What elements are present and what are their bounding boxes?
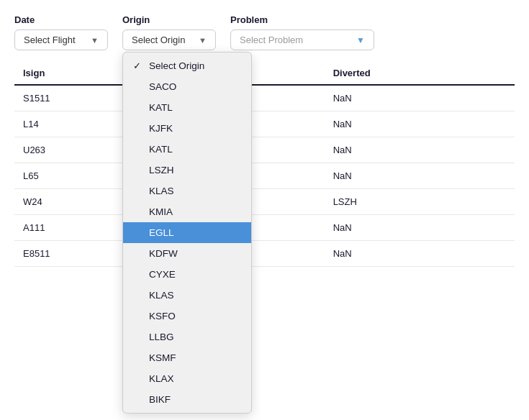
col-diverted: Diverted: [325, 62, 515, 85]
table-row: E8511KMIANaN: [14, 241, 515, 267]
origin-chevron-icon: ▼: [199, 36, 207, 45]
origin-option-2[interactable]: KATL: [123, 97, 251, 118]
date-label: Date: [14, 14, 108, 25]
origin-option-11[interactable]: KLAS: [123, 285, 251, 306]
table-row: S1511SACONaN: [14, 85, 515, 111]
origin-option-7[interactable]: KMIA: [123, 201, 251, 222]
select-problem-button[interactable]: Select Problem ▼: [230, 29, 374, 50]
origin-option-15[interactable]: KLAX: [123, 368, 251, 389]
table-row: U263KJFKNaN: [14, 137, 515, 163]
origin-option-5[interactable]: LSZH: [123, 160, 251, 181]
data-table: lsign Origin Diverted S1511SACONaNL14KAT…: [14, 62, 515, 267]
select-origin-button[interactable]: Select Origin ▼: [122, 29, 216, 50]
cell-diverted: NaN: [325, 85, 515, 111]
origin-option-0[interactable]: Select Origin: [123, 55, 251, 76]
date-filter-group: Date Select Flight ▼: [14, 14, 108, 50]
select-problem-label: Select Problem: [240, 35, 303, 45]
origin-option-1[interactable]: SACO: [123, 76, 251, 97]
cell-diverted: NaN: [325, 215, 515, 241]
table-row: A111KLASNaN: [14, 215, 515, 241]
table-row: L65KATLNaN: [14, 163, 515, 189]
origin-option-8[interactable]: EGLL: [123, 222, 251, 243]
origin-option-6[interactable]: KLAS: [123, 181, 251, 201]
origin-option-10[interactable]: CYXE: [123, 264, 251, 285]
problem-chevron-icon: ▼: [356, 35, 365, 45]
cell-diverted: LSZH: [325, 189, 515, 215]
cell-diverted: NaN: [325, 137, 515, 163]
select-origin-label: Select Origin: [132, 35, 185, 45]
problem-filter-group: Problem Select Problem ▼: [230, 14, 374, 50]
origin-option-13[interactable]: LLBG: [123, 327, 251, 347]
table-row: W24LSZHLSZH: [14, 189, 515, 215]
select-flight-button[interactable]: Select Flight ▼: [14, 29, 108, 50]
origin-filter-group: Origin Select Origin ▼ Select OriginSACO…: [122, 14, 216, 50]
origin-label: Origin: [122, 14, 216, 25]
origin-option-16[interactable]: BIKF: [123, 389, 251, 410]
page-container: Date Select Flight ▼ Origin Select Origi…: [0, 0, 529, 267]
cell-diverted: NaN: [325, 111, 515, 137]
origin-dropdown: Select OriginSACOKATLKJFKKATLLSZHKLASKMI…: [122, 52, 252, 414]
origin-option-14[interactable]: KSMF: [123, 347, 251, 368]
origin-option-3[interactable]: KJFK: [123, 118, 251, 139]
flight-chevron-icon: ▼: [91, 36, 99, 45]
filter-bar: Date Select Flight ▼ Origin Select Origi…: [14, 14, 515, 50]
origin-option-12[interactable]: KSFO: [123, 306, 251, 327]
origin-option-9[interactable]: KDFW: [123, 243, 251, 264]
table-row: L14KATLNaN: [14, 111, 515, 137]
problem-label: Problem: [230, 14, 374, 25]
origin-option-4[interactable]: KATL: [123, 139, 251, 160]
table-header-row: lsign Origin Diverted: [14, 62, 515, 85]
cell-diverted: NaN: [325, 163, 515, 189]
select-flight-label: Select Flight: [24, 35, 76, 45]
cell-diverted: NaN: [325, 241, 515, 267]
